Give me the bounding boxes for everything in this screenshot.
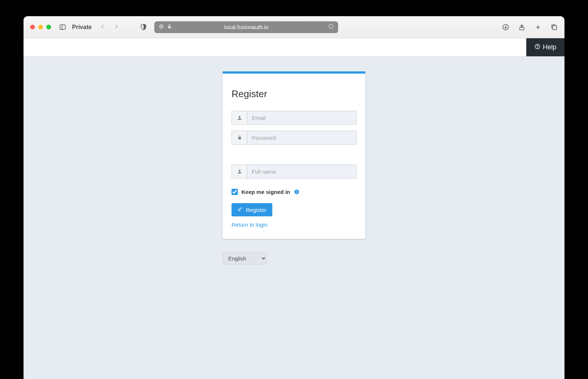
site-settings-icon[interactable]: [159, 24, 164, 31]
svg-rect-0: [60, 25, 65, 29]
svg-rect-5: [168, 26, 171, 28]
key-icon: [237, 206, 243, 213]
share-icon[interactable]: [518, 24, 526, 31]
register-button-label: Register: [246, 207, 266, 213]
svg-rect-12: [553, 25, 557, 29]
privacy-shield-icon[interactable]: [140, 24, 147, 31]
help-button[interactable]: Help: [526, 38, 564, 56]
keep-signed-in-row: Keep me signed in: [232, 189, 356, 195]
svg-point-17: [239, 170, 240, 171]
browser-window: Private local.fusionauth.io: [24, 16, 564, 379]
keep-signed-in-label: Keep me signed in: [241, 189, 290, 195]
url-bar[interactable]: local.fusionauth.io: [154, 21, 338, 33]
svg-point-21: [239, 209, 240, 211]
user-icon: [232, 111, 247, 124]
fullname-input-group: [232, 164, 356, 178]
nav-arrows: [99, 23, 120, 32]
back-button[interactable]: [99, 23, 106, 32]
keep-signed-in-checkbox[interactable]: [232, 189, 238, 195]
sidebar-toggle-icon[interactable]: [59, 24, 66, 31]
maximize-window-icon[interactable]: [46, 25, 51, 29]
close-window-icon[interactable]: [30, 25, 35, 29]
svg-line-23: [241, 208, 242, 209]
help-icon: [534, 43, 541, 52]
url-text: local.fusionauth.io: [224, 24, 268, 30]
language-select-wrapper: English: [223, 252, 267, 265]
password-input-group: [232, 131, 356, 145]
downloads-icon[interactable]: [502, 24, 509, 31]
return-to-login-link[interactable]: Return to login: [232, 222, 356, 228]
minimize-window-icon[interactable]: [38, 25, 43, 29]
private-mode-label: Private: [72, 24, 92, 31]
forward-button[interactable]: [113, 23, 120, 32]
lock-icon: [167, 24, 172, 31]
reload-icon[interactable]: [328, 24, 334, 31]
email-input-group: [232, 111, 356, 125]
new-tab-icon[interactable]: [534, 24, 542, 31]
app-top-bar: Help: [24, 38, 564, 57]
window-controls: [30, 25, 51, 29]
svg-point-15: [239, 116, 240, 118]
svg-point-14: [537, 47, 538, 48]
email-field[interactable]: [247, 111, 356, 124]
svg-rect-16: [238, 137, 241, 139]
password-field[interactable]: [247, 131, 356, 144]
register-button[interactable]: Register: [232, 203, 272, 216]
help-label: Help: [543, 43, 556, 51]
user-icon: [232, 165, 247, 178]
page-body: Help Register: [24, 38, 564, 379]
register-card: Register: [223, 71, 365, 239]
svg-rect-19: [296, 191, 297, 193]
tabs-overview-icon[interactable]: [551, 24, 558, 31]
info-icon[interactable]: [294, 189, 300, 195]
browser-toolbar: Private local.fusionauth.io: [24, 16, 564, 38]
fullname-field[interactable]: [247, 165, 356, 178]
lock-icon: [232, 131, 247, 144]
register-title: Register: [232, 88, 356, 100]
language-select[interactable]: English: [223, 252, 267, 265]
content-area: Register: [24, 57, 564, 379]
toolbar-right-icons: [502, 24, 558, 31]
svg-point-20: [296, 191, 297, 191]
